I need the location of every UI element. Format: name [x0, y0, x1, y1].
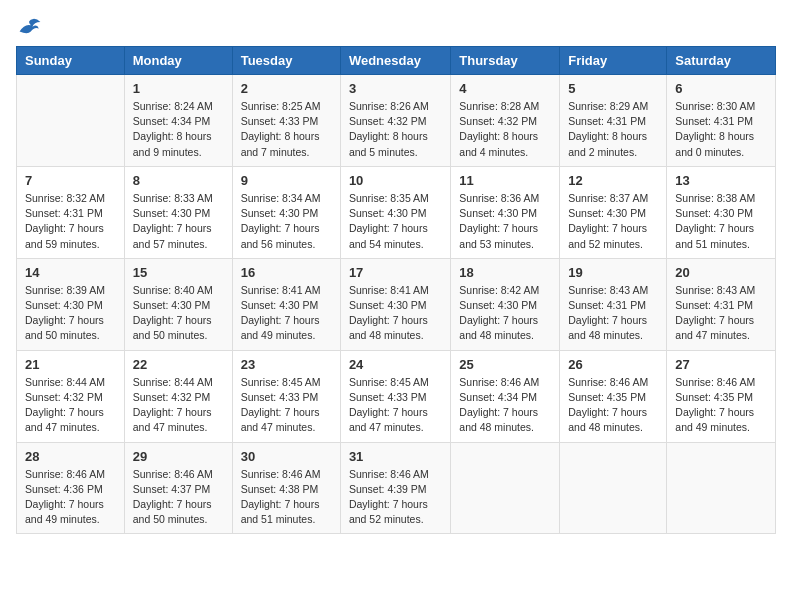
day-info: Sunrise: 8:41 AM Sunset: 4:30 PM Dayligh… — [349, 283, 442, 344]
day-number: 17 — [349, 265, 442, 280]
day-info: Sunrise: 8:36 AM Sunset: 4:30 PM Dayligh… — [459, 191, 551, 252]
calendar-week-row: 21Sunrise: 8:44 AM Sunset: 4:32 PM Dayli… — [17, 350, 776, 442]
calendar-cell: 5Sunrise: 8:29 AM Sunset: 4:31 PM Daylig… — [560, 75, 667, 167]
day-number: 6 — [675, 81, 767, 96]
calendar-week-row: 1Sunrise: 8:24 AM Sunset: 4:34 PM Daylig… — [17, 75, 776, 167]
day-info: Sunrise: 8:45 AM Sunset: 4:33 PM Dayligh… — [241, 375, 332, 436]
column-header-friday: Friday — [560, 47, 667, 75]
calendar-week-row: 14Sunrise: 8:39 AM Sunset: 4:30 PM Dayli… — [17, 258, 776, 350]
calendar-cell: 18Sunrise: 8:42 AM Sunset: 4:30 PM Dayli… — [451, 258, 560, 350]
logo — [16, 16, 42, 36]
calendar-week-row: 7Sunrise: 8:32 AM Sunset: 4:31 PM Daylig… — [17, 166, 776, 258]
calendar-cell — [560, 442, 667, 534]
calendar-cell: 29Sunrise: 8:46 AM Sunset: 4:37 PM Dayli… — [124, 442, 232, 534]
day-number: 21 — [25, 357, 116, 372]
day-number: 20 — [675, 265, 767, 280]
day-info: Sunrise: 8:46 AM Sunset: 4:34 PM Dayligh… — [459, 375, 551, 436]
column-header-saturday: Saturday — [667, 47, 776, 75]
calendar-cell: 31Sunrise: 8:46 AM Sunset: 4:39 PM Dayli… — [340, 442, 450, 534]
calendar-cell: 10Sunrise: 8:35 AM Sunset: 4:30 PM Dayli… — [340, 166, 450, 258]
calendar-cell: 9Sunrise: 8:34 AM Sunset: 4:30 PM Daylig… — [232, 166, 340, 258]
day-info: Sunrise: 8:46 AM Sunset: 4:39 PM Dayligh… — [349, 467, 442, 528]
day-number: 22 — [133, 357, 224, 372]
day-info: Sunrise: 8:28 AM Sunset: 4:32 PM Dayligh… — [459, 99, 551, 160]
day-number: 26 — [568, 357, 658, 372]
calendar-cell: 28Sunrise: 8:46 AM Sunset: 4:36 PM Dayli… — [17, 442, 125, 534]
day-info: Sunrise: 8:46 AM Sunset: 4:38 PM Dayligh… — [241, 467, 332, 528]
calendar-cell: 6Sunrise: 8:30 AM Sunset: 4:31 PM Daylig… — [667, 75, 776, 167]
column-header-tuesday: Tuesday — [232, 47, 340, 75]
day-number: 13 — [675, 173, 767, 188]
calendar-cell: 27Sunrise: 8:46 AM Sunset: 4:35 PM Dayli… — [667, 350, 776, 442]
day-number: 18 — [459, 265, 551, 280]
day-info: Sunrise: 8:40 AM Sunset: 4:30 PM Dayligh… — [133, 283, 224, 344]
calendar-cell: 11Sunrise: 8:36 AM Sunset: 4:30 PM Dayli… — [451, 166, 560, 258]
day-info: Sunrise: 8:34 AM Sunset: 4:30 PM Dayligh… — [241, 191, 332, 252]
day-number: 1 — [133, 81, 224, 96]
column-header-sunday: Sunday — [17, 47, 125, 75]
calendar-table: SundayMondayTuesdayWednesdayThursdayFrid… — [16, 46, 776, 534]
calendar-cell: 21Sunrise: 8:44 AM Sunset: 4:32 PM Dayli… — [17, 350, 125, 442]
day-info: Sunrise: 8:39 AM Sunset: 4:30 PM Dayligh… — [25, 283, 116, 344]
calendar-cell — [667, 442, 776, 534]
day-info: Sunrise: 8:38 AM Sunset: 4:30 PM Dayligh… — [675, 191, 767, 252]
calendar-header-row: SundayMondayTuesdayWednesdayThursdayFrid… — [17, 47, 776, 75]
day-info: Sunrise: 8:44 AM Sunset: 4:32 PM Dayligh… — [133, 375, 224, 436]
day-info: Sunrise: 8:37 AM Sunset: 4:30 PM Dayligh… — [568, 191, 658, 252]
day-info: Sunrise: 8:41 AM Sunset: 4:30 PM Dayligh… — [241, 283, 332, 344]
day-info: Sunrise: 8:43 AM Sunset: 4:31 PM Dayligh… — [675, 283, 767, 344]
logo-bird-icon — [18, 16, 42, 36]
day-number: 7 — [25, 173, 116, 188]
calendar-cell: 1Sunrise: 8:24 AM Sunset: 4:34 PM Daylig… — [124, 75, 232, 167]
day-info: Sunrise: 8:46 AM Sunset: 4:35 PM Dayligh… — [675, 375, 767, 436]
calendar-cell: 17Sunrise: 8:41 AM Sunset: 4:30 PM Dayli… — [340, 258, 450, 350]
calendar-cell: 24Sunrise: 8:45 AM Sunset: 4:33 PM Dayli… — [340, 350, 450, 442]
calendar-cell: 3Sunrise: 8:26 AM Sunset: 4:32 PM Daylig… — [340, 75, 450, 167]
day-number: 28 — [25, 449, 116, 464]
calendar-cell: 8Sunrise: 8:33 AM Sunset: 4:30 PM Daylig… — [124, 166, 232, 258]
day-info: Sunrise: 8:26 AM Sunset: 4:32 PM Dayligh… — [349, 99, 442, 160]
day-info: Sunrise: 8:32 AM Sunset: 4:31 PM Dayligh… — [25, 191, 116, 252]
column-header-monday: Monday — [124, 47, 232, 75]
day-info: Sunrise: 8:24 AM Sunset: 4:34 PM Dayligh… — [133, 99, 224, 160]
day-number: 15 — [133, 265, 224, 280]
day-number: 5 — [568, 81, 658, 96]
calendar-cell: 15Sunrise: 8:40 AM Sunset: 4:30 PM Dayli… — [124, 258, 232, 350]
calendar-cell: 22Sunrise: 8:44 AM Sunset: 4:32 PM Dayli… — [124, 350, 232, 442]
day-info: Sunrise: 8:46 AM Sunset: 4:35 PM Dayligh… — [568, 375, 658, 436]
calendar-cell: 14Sunrise: 8:39 AM Sunset: 4:30 PM Dayli… — [17, 258, 125, 350]
calendar-cell: 2Sunrise: 8:25 AM Sunset: 4:33 PM Daylig… — [232, 75, 340, 167]
column-header-thursday: Thursday — [451, 47, 560, 75]
day-number: 25 — [459, 357, 551, 372]
day-number: 16 — [241, 265, 332, 280]
day-number: 29 — [133, 449, 224, 464]
day-number: 11 — [459, 173, 551, 188]
day-number: 12 — [568, 173, 658, 188]
day-number: 23 — [241, 357, 332, 372]
page-header — [16, 16, 776, 36]
day-info: Sunrise: 8:33 AM Sunset: 4:30 PM Dayligh… — [133, 191, 224, 252]
day-info: Sunrise: 8:30 AM Sunset: 4:31 PM Dayligh… — [675, 99, 767, 160]
calendar-cell — [17, 75, 125, 167]
day-number: 8 — [133, 173, 224, 188]
calendar-cell: 20Sunrise: 8:43 AM Sunset: 4:31 PM Dayli… — [667, 258, 776, 350]
calendar-cell: 19Sunrise: 8:43 AM Sunset: 4:31 PM Dayli… — [560, 258, 667, 350]
day-number: 3 — [349, 81, 442, 96]
day-info: Sunrise: 8:35 AM Sunset: 4:30 PM Dayligh… — [349, 191, 442, 252]
day-info: Sunrise: 8:45 AM Sunset: 4:33 PM Dayligh… — [349, 375, 442, 436]
day-number: 27 — [675, 357, 767, 372]
day-info: Sunrise: 8:46 AM Sunset: 4:37 PM Dayligh… — [133, 467, 224, 528]
day-number: 19 — [568, 265, 658, 280]
day-number: 24 — [349, 357, 442, 372]
calendar-week-row: 28Sunrise: 8:46 AM Sunset: 4:36 PM Dayli… — [17, 442, 776, 534]
day-number: 30 — [241, 449, 332, 464]
day-number: 9 — [241, 173, 332, 188]
day-number: 31 — [349, 449, 442, 464]
calendar-cell: 12Sunrise: 8:37 AM Sunset: 4:30 PM Dayli… — [560, 166, 667, 258]
calendar-cell: 16Sunrise: 8:41 AM Sunset: 4:30 PM Dayli… — [232, 258, 340, 350]
calendar-cell: 26Sunrise: 8:46 AM Sunset: 4:35 PM Dayli… — [560, 350, 667, 442]
calendar-cell: 23Sunrise: 8:45 AM Sunset: 4:33 PM Dayli… — [232, 350, 340, 442]
day-number: 4 — [459, 81, 551, 96]
calendar-cell: 7Sunrise: 8:32 AM Sunset: 4:31 PM Daylig… — [17, 166, 125, 258]
day-number: 14 — [25, 265, 116, 280]
